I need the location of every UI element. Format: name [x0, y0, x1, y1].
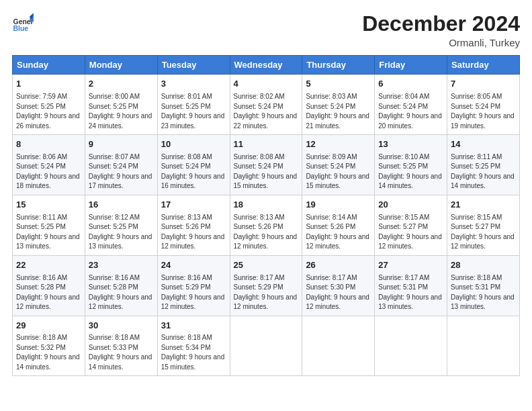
calendar-body: 1Sunrise: 7:59 AMSunset: 5:25 PMDaylight… — [13, 75, 520, 376]
logo: General Blue — [12, 12, 34, 34]
day-info: Sunrise: 8:08 AMSunset: 5:24 PMDaylight:… — [161, 152, 226, 191]
calendar-week-row: 29Sunrise: 8:18 AMSunset: 5:32 PMDayligh… — [13, 316, 520, 376]
calendar-header-row: SundayMondayTuesdayWednesdayThursdayFrid… — [13, 56, 520, 75]
day-info: Sunrise: 8:16 AMSunset: 5:29 PMDaylight:… — [161, 273, 226, 312]
day-number: 18 — [234, 199, 299, 212]
day-number: 13 — [378, 138, 443, 151]
calendar-cell: 25Sunrise: 8:17 AMSunset: 5:29 PMDayligh… — [230, 255, 302, 316]
calendar-cell: 20Sunrise: 8:15 AMSunset: 5:27 PMDayligh… — [375, 195, 447, 255]
calendar-cell: 13Sunrise: 8:10 AMSunset: 5:25 PMDayligh… — [375, 135, 447, 195]
day-info: Sunrise: 8:03 AMSunset: 5:24 PMDaylight:… — [306, 92, 371, 131]
calendar-cell: 15Sunrise: 8:11 AMSunset: 5:25 PMDayligh… — [13, 195, 85, 255]
day-number: 11 — [234, 138, 299, 151]
day-info: Sunrise: 8:15 AMSunset: 5:27 PMDaylight:… — [378, 213, 443, 252]
calendar-cell: 28Sunrise: 8:18 AMSunset: 5:31 PMDayligh… — [447, 255, 520, 316]
day-number: 25 — [234, 259, 299, 272]
day-number: 27 — [378, 259, 443, 272]
day-info: Sunrise: 8:10 AMSunset: 5:25 PMDaylight:… — [378, 152, 443, 191]
day-number: 24 — [161, 259, 226, 272]
day-number: 31 — [161, 320, 226, 332]
calendar-weekday-sunday: Sunday — [13, 56, 85, 75]
day-number: 28 — [451, 259, 516, 272]
calendar-cell: 5Sunrise: 8:03 AMSunset: 5:24 PMDaylight… — [302, 75, 375, 135]
day-info: Sunrise: 8:07 AMSunset: 5:24 PMDaylight:… — [89, 152, 154, 191]
day-info: Sunrise: 8:00 AMSunset: 5:25 PMDaylight:… — [89, 92, 154, 131]
day-info: Sunrise: 8:17 AMSunset: 5:29 PMDaylight:… — [234, 273, 299, 312]
day-info: Sunrise: 8:06 AMSunset: 5:24 PMDaylight:… — [16, 152, 81, 191]
day-number: 19 — [306, 199, 371, 212]
calendar-cell: 8Sunrise: 8:06 AMSunset: 5:24 PMDaylight… — [13, 135, 85, 195]
calendar-week-row: 1Sunrise: 7:59 AMSunset: 5:25 PMDaylight… — [13, 75, 520, 135]
day-info: Sunrise: 8:15 AMSunset: 5:27 PMDaylight:… — [451, 213, 516, 252]
title-block: December 2024 Ormanli, Turkey — [362, 12, 520, 48]
calendar-cell — [375, 316, 447, 376]
calendar-week-row: 22Sunrise: 8:16 AMSunset: 5:28 PMDayligh… — [13, 255, 520, 316]
day-number: 22 — [16, 259, 81, 272]
calendar-cell: 17Sunrise: 8:13 AMSunset: 5:26 PMDayligh… — [157, 195, 230, 255]
day-info: Sunrise: 8:02 AMSunset: 5:24 PMDaylight:… — [234, 92, 299, 131]
day-number: 21 — [451, 199, 516, 212]
calendar-cell: 26Sunrise: 8:17 AMSunset: 5:30 PMDayligh… — [302, 255, 375, 316]
calendar-weekday-monday: Monday — [85, 56, 157, 75]
day-info: Sunrise: 8:18 AMSunset: 5:33 PMDaylight:… — [89, 333, 154, 372]
day-info: Sunrise: 8:01 AMSunset: 5:25 PMDaylight:… — [161, 92, 226, 131]
day-info: Sunrise: 8:12 AMSunset: 5:25 PMDaylight:… — [89, 213, 154, 252]
day-info: Sunrise: 8:13 AMSunset: 5:26 PMDaylight:… — [161, 213, 226, 252]
day-number: 2 — [89, 78, 154, 91]
day-number: 9 — [89, 138, 154, 151]
calendar-cell — [447, 316, 520, 376]
day-number: 26 — [306, 259, 371, 272]
calendar-cell: 10Sunrise: 8:08 AMSunset: 5:24 PMDayligh… — [157, 135, 230, 195]
calendar-weekday-saturday: Saturday — [447, 56, 520, 75]
day-info: Sunrise: 8:14 AMSunset: 5:26 PMDaylight:… — [306, 213, 371, 252]
calendar-cell: 18Sunrise: 8:13 AMSunset: 5:26 PMDayligh… — [230, 195, 302, 255]
calendar-weekday-friday: Friday — [375, 56, 447, 75]
day-info: Sunrise: 8:16 AMSunset: 5:28 PMDaylight:… — [16, 273, 81, 312]
calendar-cell: 23Sunrise: 8:16 AMSunset: 5:28 PMDayligh… — [85, 255, 157, 316]
day-number: 6 — [378, 78, 443, 91]
calendar-cell: 12Sunrise: 8:09 AMSunset: 5:24 PMDayligh… — [302, 135, 375, 195]
calendar-cell: 19Sunrise: 8:14 AMSunset: 5:26 PMDayligh… — [302, 195, 375, 255]
day-number: 10 — [161, 138, 226, 151]
day-info: Sunrise: 8:11 AMSunset: 5:25 PMDaylight:… — [16, 213, 81, 252]
day-number: 30 — [89, 320, 154, 332]
day-info: Sunrise: 8:04 AMSunset: 5:24 PMDaylight:… — [378, 92, 443, 131]
page: General Blue December 2024 Ormanli, Turk… — [0, 0, 532, 411]
calendar-week-row: 8Sunrise: 8:06 AMSunset: 5:24 PMDaylight… — [13, 135, 520, 195]
calendar-week-row: 15Sunrise: 8:11 AMSunset: 5:25 PMDayligh… — [13, 195, 520, 255]
day-info: Sunrise: 8:11 AMSunset: 5:25 PMDaylight:… — [451, 152, 516, 191]
calendar-cell: 7Sunrise: 8:05 AMSunset: 5:24 PMDaylight… — [447, 75, 520, 135]
day-info: Sunrise: 8:18 AMSunset: 5:31 PMDaylight:… — [451, 273, 516, 312]
day-number: 1 — [16, 78, 81, 91]
calendar-cell: 14Sunrise: 8:11 AMSunset: 5:25 PMDayligh… — [447, 135, 520, 195]
day-number: 12 — [306, 138, 371, 151]
calendar-cell: 27Sunrise: 8:17 AMSunset: 5:31 PMDayligh… — [375, 255, 447, 316]
logo-icon: General Blue — [12, 12, 34, 34]
day-info: Sunrise: 8:16 AMSunset: 5:28 PMDaylight:… — [89, 273, 154, 312]
day-number: 3 — [161, 78, 226, 91]
calendar-cell: 22Sunrise: 8:16 AMSunset: 5:28 PMDayligh… — [13, 255, 85, 316]
calendar-cell: 21Sunrise: 8:15 AMSunset: 5:27 PMDayligh… — [447, 195, 520, 255]
calendar-cell: 3Sunrise: 8:01 AMSunset: 5:25 PMDaylight… — [157, 75, 230, 135]
calendar-cell: 30Sunrise: 8:18 AMSunset: 5:33 PMDayligh… — [85, 316, 157, 376]
calendar-cell: 2Sunrise: 8:00 AMSunset: 5:25 PMDaylight… — [85, 75, 157, 135]
day-number: 16 — [89, 199, 154, 212]
day-info: Sunrise: 8:17 AMSunset: 5:31 PMDaylight:… — [378, 273, 443, 312]
day-info: Sunrise: 7:59 AMSunset: 5:25 PMDaylight:… — [16, 92, 81, 131]
main-title: December 2024 — [362, 12, 520, 36]
calendar-cell — [302, 316, 375, 376]
day-info: Sunrise: 8:05 AMSunset: 5:24 PMDaylight:… — [451, 92, 516, 131]
calendar-cell: 16Sunrise: 8:12 AMSunset: 5:25 PMDayligh… — [85, 195, 157, 255]
day-info: Sunrise: 8:18 AMSunset: 5:32 PMDaylight:… — [16, 333, 81, 372]
calendar-cell — [230, 316, 302, 376]
calendar-cell: 4Sunrise: 8:02 AMSunset: 5:24 PMDaylight… — [230, 75, 302, 135]
calendar-table: SundayMondayTuesdayWednesdayThursdayFrid… — [12, 55, 520, 376]
day-number: 23 — [89, 259, 154, 272]
day-number: 20 — [378, 199, 443, 212]
calendar-cell: 31Sunrise: 8:18 AMSunset: 5:34 PMDayligh… — [157, 316, 230, 376]
header: General Blue December 2024 Ormanli, Turk… — [12, 12, 520, 48]
calendar-weekday-tuesday: Tuesday — [157, 56, 230, 75]
day-info: Sunrise: 8:08 AMSunset: 5:24 PMDaylight:… — [234, 152, 299, 191]
calendar-cell: 29Sunrise: 8:18 AMSunset: 5:32 PMDayligh… — [13, 316, 85, 376]
day-number: 17 — [161, 199, 226, 212]
